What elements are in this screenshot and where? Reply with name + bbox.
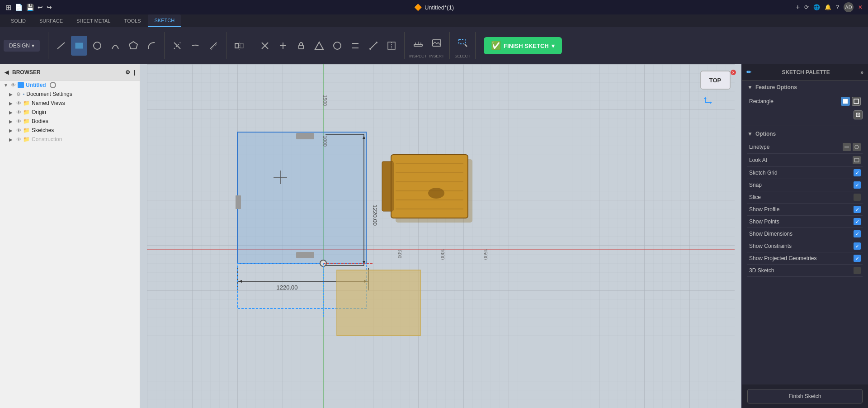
feature-options-section[interactable]: ▼ Feature Options: [742, 81, 868, 92]
3d-sketch-checkbox[interactable]: [854, 267, 861, 274]
show-projected-geometries-checkbox[interactable]: ✓: [854, 255, 861, 262]
svg-point-68: [428, 188, 444, 199]
lock-constraint-button[interactable]: [293, 36, 309, 56]
snap-label: Snap: [749, 182, 762, 188]
globe-icon[interactable]: 🌐: [813, 4, 820, 10]
slice-row: Slice: [747, 191, 863, 204]
user-avatar[interactable]: AD: [844, 2, 854, 12]
grid-menu-icon[interactable]: ⊞: [5, 3, 11, 12]
browser-item-sketches[interactable]: ▶ 👁 📁 Sketches: [0, 126, 140, 135]
refresh-icon[interactable]: ⟳: [804, 4, 809, 10]
svg-line-20: [370, 43, 377, 49]
eye-icon: 👁: [16, 109, 21, 115]
svg-rect-15: [299, 45, 303, 49]
untitled-icon: [18, 82, 24, 88]
tab-surface[interactable]: SURFACE: [33, 14, 69, 27]
browser-item-bodies[interactable]: ▶ 👁 📁 Bodies: [0, 117, 140, 126]
arc-tool-button[interactable]: [107, 36, 123, 56]
line-tool-button[interactable]: [53, 36, 69, 56]
parallel-constraint-button[interactable]: [347, 36, 363, 56]
linetype-icons: [843, 143, 861, 151]
slice-checkbox[interactable]: [854, 194, 861, 201]
browser-item-origin[interactable]: ▶ 👁 📁 Origin: [0, 108, 140, 117]
canvas-svg: 1220.00 1220.00: [140, 64, 741, 408]
tab-tools[interactable]: TOOLS: [118, 14, 147, 27]
rect-from-center-icon[interactable]: [854, 110, 863, 119]
browser-settings-icon[interactable]: ⚙: [125, 69, 130, 76]
tab-sheet-metal[interactable]: SHEET METAL: [70, 14, 117, 27]
new-tab-button[interactable]: +: [796, 3, 800, 11]
select-icons: [454, 33, 471, 53]
extend-tool-button[interactable]: [187, 36, 203, 56]
insert-label: INSERT: [429, 54, 444, 58]
close-button[interactable]: ✕: [858, 4, 863, 10]
measure-button[interactable]: [410, 33, 426, 53]
eye-icon: 👁: [16, 100, 21, 106]
svg-text:1500: 1500: [322, 95, 328, 106]
rectangle-blue-icon[interactable]: [841, 97, 850, 106]
linetype-icon2[interactable]: [853, 143, 861, 151]
coincident-constraint-button[interactable]: [257, 36, 273, 56]
snap-checkbox[interactable]: ✓: [854, 181, 861, 189]
tab-solid[interactable]: SOLID: [5, 14, 32, 27]
undo-icon[interactable]: ↩: [38, 4, 43, 11]
slice-label: Slice: [749, 194, 761, 200]
midpoint-constraint-button[interactable]: [383, 36, 400, 56]
rectangle-tool-button[interactable]: [71, 36, 87, 56]
3d-sketch-label: 3D Sketch: [749, 267, 774, 274]
browser-item-construction[interactable]: ▶ 👁 📁 Construction: [0, 135, 140, 144]
finish-sketch-button[interactable]: ✅ FINISH SKETCH ▾: [484, 37, 562, 54]
rectangle-outline-icon[interactable]: [852, 97, 861, 106]
browser-pin-icon[interactable]: |: [134, 69, 135, 76]
redo-icon[interactable]: ↪: [47, 4, 52, 11]
browser-item-document-settings[interactable]: ▶ ⚙ ▪ Document Settings: [0, 90, 140, 99]
svg-text:×: ×: [732, 70, 735, 75]
trim-tool-button[interactable]: [169, 36, 185, 56]
offset-tool-button[interactable]: [205, 36, 222, 56]
circle-tool-button[interactable]: [89, 36, 105, 56]
insert-image-button[interactable]: [429, 33, 445, 53]
options-content: Linetype Look At Sketch: [742, 139, 868, 279]
panel-expand-icon[interactable]: »: [860, 69, 863, 76]
folder-icon: 📁: [23, 109, 30, 115]
titlebar-right-icons: + ⟳ 🌐 🔔 ? AD ✕: [796, 2, 863, 12]
show-constraints-checkbox[interactable]: ✓: [854, 242, 861, 250]
show-dimensions-checkbox[interactable]: ✓: [854, 230, 861, 237]
mirror-tool-button[interactable]: [231, 36, 247, 56]
canvas[interactable]: 1220.00 1220.00: [140, 64, 741, 408]
tangent-constraint-button[interactable]: [311, 36, 327, 56]
svg-point-21: [369, 48, 371, 50]
sketch-grid-checkbox[interactable]: ✓: [854, 169, 861, 176]
file-icon[interactable]: 📄: [15, 4, 23, 11]
collapse-icon[interactable]: ◀: [5, 69, 9, 76]
window-select-button[interactable]: [454, 33, 471, 53]
bell-icon[interactable]: 🔔: [825, 4, 831, 10]
browser-item-named-views[interactable]: ▶ 👁 📁 Named Views: [0, 99, 140, 108]
separator4: [252, 32, 252, 59]
options-section[interactable]: ▼ Options: [742, 127, 868, 139]
finish-sketch-bottom-button[interactable]: Finish Sketch: [747, 389, 863, 403]
separator2: [164, 32, 165, 59]
tab-sketch[interactable]: SKETCH: [148, 14, 181, 27]
show-profile-label: Show Profile: [749, 206, 779, 213]
fillet-tool-button[interactable]: [143, 36, 160, 56]
linetype-icon1[interactable]: [843, 143, 851, 151]
equal-constraint-button[interactable]: [329, 36, 345, 56]
arrow-icon: ▶: [9, 128, 14, 133]
polygon-tool-button[interactable]: [125, 36, 142, 56]
show-constraints-label: Show Constraints: [749, 243, 792, 249]
look-at-icon[interactable]: [853, 156, 861, 164]
finish-sketch-bottom: Finish Sketch: [742, 384, 868, 408]
save-icon[interactable]: 💾: [26, 4, 34, 11]
toolbar: SOLID SURFACE SHEET METAL TOOLS SKETCH D…: [0, 14, 868, 64]
design-dropdown[interactable]: DESIGN ▾: [4, 40, 40, 52]
symmetry-constraint-button[interactable]: [365, 36, 382, 56]
horizontal-constraint-button[interactable]: [275, 36, 291, 56]
select-label: SELECT: [455, 54, 471, 58]
help-icon[interactable]: ?: [836, 4, 839, 10]
arrow-icon: ▶: [9, 119, 14, 124]
show-points-checkbox[interactable]: ✓: [854, 218, 861, 225]
view-cube[interactable]: TOP ×: [696, 69, 737, 109]
show-profile-checkbox[interactable]: ✓: [854, 206, 861, 213]
browser-item-untitled[interactable]: ▼ 👁 Untitled: [0, 81, 140, 90]
